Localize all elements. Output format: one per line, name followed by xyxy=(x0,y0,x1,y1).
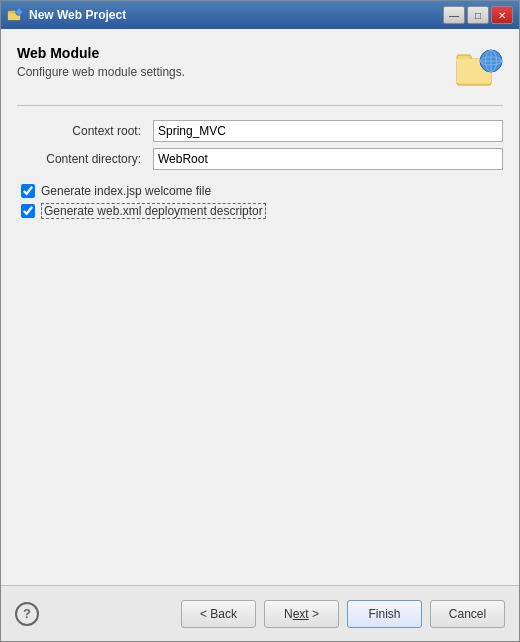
content-dir-label: Content directory: xyxy=(17,152,147,166)
help-button[interactable]: ? xyxy=(15,602,39,626)
back-button[interactable]: < Back xyxy=(181,600,256,628)
title-bar-icon xyxy=(7,7,23,23)
web-project-icon xyxy=(455,45,503,93)
help-icon: ? xyxy=(23,606,31,621)
form-grid: Context root: Content directory: xyxy=(17,120,503,170)
main-window: New Web Project — □ ✕ Web Module Configu… xyxy=(0,0,520,642)
checkboxes-section: Generate index.jsp welcome file Generate… xyxy=(21,184,503,218)
next-button[interactable]: Next > xyxy=(264,600,339,628)
next-label-ext: ext xyxy=(293,607,309,621)
header-text: Web Module Configure web module settings… xyxy=(17,45,445,79)
section-desc: Configure web module settings. xyxy=(17,65,445,79)
title-bar-controls: — □ ✕ xyxy=(443,6,513,24)
content-dir-input[interactable] xyxy=(153,148,503,170)
next-label: Next > xyxy=(284,607,319,621)
footer: ? < Back Next > Finish Cancel xyxy=(1,585,519,641)
generate-webxml-label: Generate web.xml deployment descriptor xyxy=(41,204,266,218)
header-section: Web Module Configure web module settings… xyxy=(17,45,503,93)
generate-index-label: Generate index.jsp welcome file xyxy=(41,184,211,198)
finish-button[interactable]: Finish xyxy=(347,600,422,628)
context-root-input[interactable] xyxy=(153,120,503,142)
generate-webxml-checkbox[interactable] xyxy=(21,204,35,218)
content-spacer xyxy=(17,218,503,569)
checkbox-generate-index: Generate index.jsp welcome file xyxy=(21,184,503,198)
next-label-n: N xyxy=(284,607,293,621)
generate-webxml-label-dashed: Generate web.xml deployment descriptor xyxy=(41,203,266,219)
context-root-label: Context root: xyxy=(17,124,147,138)
checkbox-generate-webxml: Generate web.xml deployment descriptor xyxy=(21,204,503,218)
section-title: Web Module xyxy=(17,45,445,61)
generate-index-checkbox[interactable] xyxy=(21,184,35,198)
finish-label: Finish xyxy=(368,607,400,621)
header-divider xyxy=(17,105,503,106)
close-button[interactable]: ✕ xyxy=(491,6,513,24)
title-bar: New Web Project — □ ✕ xyxy=(1,1,519,29)
minimize-button[interactable]: — xyxy=(443,6,465,24)
title-bar-text: New Web Project xyxy=(29,8,437,22)
cancel-label: Cancel xyxy=(449,607,486,621)
maximize-button[interactable]: □ xyxy=(467,6,489,24)
content-area: Web Module Configure web module settings… xyxy=(1,29,519,585)
cancel-button[interactable]: Cancel xyxy=(430,600,505,628)
back-label: < Back xyxy=(200,607,237,621)
